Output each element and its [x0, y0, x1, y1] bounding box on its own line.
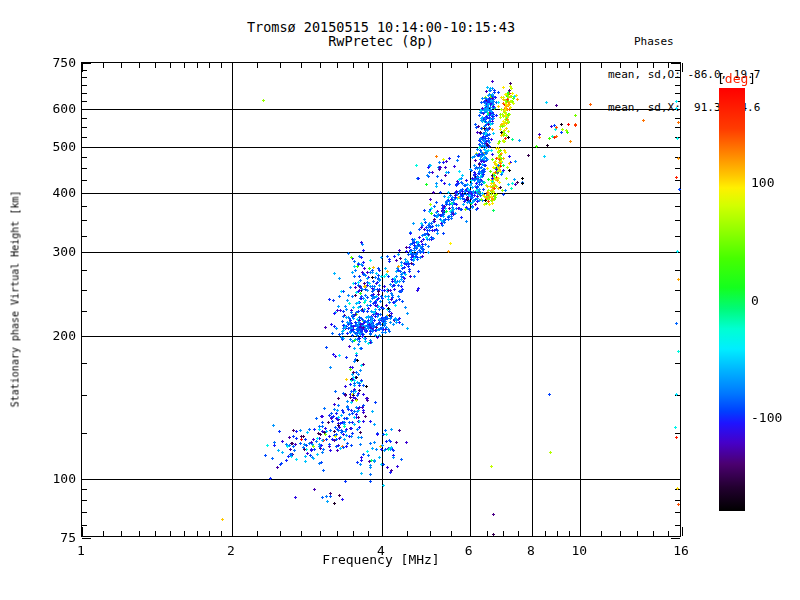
- x-tick-label: 2: [227, 543, 235, 558]
- y-tick-label: 600: [32, 101, 76, 116]
- y-axis-title: Stationary phase Virtual Height [km]: [10, 191, 21, 408]
- scatter-points-canvas: [0, 0, 800, 600]
- y-tick-label: 200: [32, 327, 76, 342]
- colorbar-unit-label: deg: [725, 71, 748, 86]
- x-tick-label: 8: [527, 543, 535, 558]
- y-tick-label: 75: [32, 530, 76, 545]
- colorbar: [719, 88, 745, 511]
- x-tick-label: 16: [673, 543, 689, 558]
- colorbar-tick-label: -100: [751, 410, 782, 425]
- colorbar-tick-label: 100: [751, 175, 774, 190]
- y-tick-label: 500: [32, 138, 76, 153]
- colorbar-bracket-close: ]: [748, 71, 756, 86]
- colorbar-title: [deg]: [717, 71, 756, 86]
- x-tick-label: 1: [77, 543, 85, 558]
- colorbar-tick-label: 0: [751, 292, 759, 307]
- y-tick-label: 300: [32, 244, 76, 259]
- y-tick-label: 100: [32, 470, 76, 485]
- y-tick-label: 400: [32, 184, 76, 199]
- x-tick-label: 6: [465, 543, 473, 558]
- x-tick-label: 10: [571, 543, 587, 558]
- y-tick-label: 750: [32, 55, 76, 70]
- ionogram-figure: Tromsø 20150515 10:14:00-10:15:43 RwPret…: [0, 0, 800, 600]
- x-tick-label: 4: [377, 543, 385, 558]
- colorbar-bracket-open: [: [717, 71, 725, 86]
